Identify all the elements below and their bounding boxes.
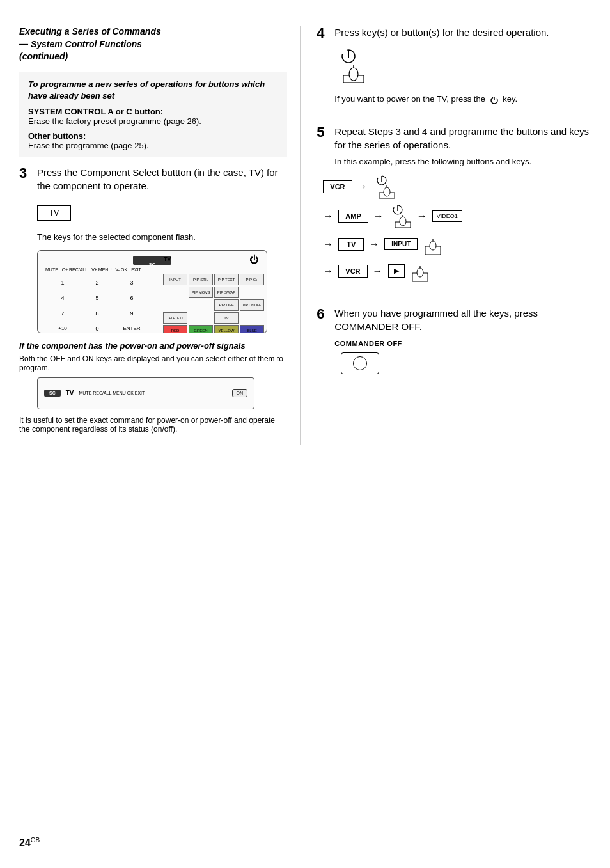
small-remote-diagram: SC TV MUTE REC/ALL MENU OK EXIT ON — [37, 377, 254, 409]
remote-sc-label: SC — [149, 262, 156, 267]
power-finger-1 — [373, 174, 396, 200]
arrow-3a: → — [323, 239, 333, 250]
finger-4 — [410, 260, 430, 283]
step6-block: 6 When you have programmed all the keys,… — [317, 306, 591, 374]
key-row-2: → AMP → → VIDEO1 — [323, 203, 591, 229]
power-on-text1: Both the OFF and ON keys are displayed a… — [19, 354, 287, 372]
remote-diagram: SC TV ⏻ MUTE C+ REC/ALL V+ MENU V- OK EX… — [37, 250, 267, 333]
finger-press-power-svg — [334, 47, 370, 86]
commander-off-label: COMMANDER OFF — [334, 340, 591, 347]
page: Executing a Series of Commands — System … — [0, 0, 610, 868]
page-number: 24GB — [19, 837, 40, 849]
arrow-4a: → — [323, 265, 333, 277]
flash-text: The keys for the selected component flas… — [37, 231, 287, 244]
right-column: 4 Press key(s) or button(s) for the desi… — [301, 26, 591, 445]
key-row-4: → VCR → ▶ — [323, 260, 591, 283]
amp-key: AMP — [338, 210, 368, 223]
play-key: ▶ — [388, 264, 405, 278]
step4-sub-text: If you want to power on the TV, press th… — [334, 94, 591, 105]
left-column: Executing a Series of Commands — System … — [19, 26, 301, 445]
arrow-4b: → — [373, 265, 383, 277]
step5-sub: In this example, press the following but… — [334, 157, 591, 166]
power-button-illustration — [334, 47, 591, 88]
remote-power-icon: ⏻ — [249, 254, 259, 265]
step4-text: Press key(s) or button(s) for the desire… — [334, 26, 591, 39]
svg-point-13 — [384, 187, 390, 196]
arrow-2b: → — [373, 210, 384, 222]
key-row-1: VCR → — [323, 174, 591, 200]
other-buttons-text: Erase the programme (page 25). — [28, 141, 278, 150]
system-control-text: Erase the factory preset programme (page… — [28, 116, 278, 126]
tv-key: TV — [338, 238, 364, 251]
arrow-1: → — [357, 181, 368, 193]
arrow-3b: → — [369, 239, 379, 250]
step6-text: When you have programmed all the keys, p… — [334, 306, 591, 333]
power-finger-2 — [389, 203, 412, 229]
tv-button: TV — [37, 205, 71, 221]
commander-off-circle — [353, 356, 367, 370]
title-line1: Executing a Series of Commands — [19, 26, 161, 36]
power-symbol-inline — [489, 95, 499, 105]
vcr-key: VCR — [323, 180, 352, 193]
two-column-layout: Executing a Series of Commands — System … — [19, 26, 591, 445]
small-on-button: ON — [232, 389, 248, 397]
arrow-2c: → — [417, 210, 427, 222]
svg-point-22 — [400, 217, 406, 226]
step5-block: 5 Repeat Steps 3 and 4 and programme the… — [317, 125, 591, 296]
vcr2-key: VCR — [338, 265, 367, 278]
video1-key: VIDEO1 — [432, 210, 462, 222]
power-on-heading: If the component has the power-on and po… — [19, 341, 287, 351]
remote-btn-grid: INPUT PIP STIL PIP TEXT PIP C+ PIP MOVS … — [163, 274, 264, 333]
arrow-2a: → — [323, 210, 333, 222]
step3-block: 3 Press the Component Select buttton (in… — [19, 166, 287, 434]
title-line3: (continued) — [19, 51, 68, 61]
remote-tv-label: TV — [164, 256, 171, 262]
step4-number: 4 — [317, 26, 324, 41]
finger-3 — [423, 233, 443, 256]
key-row-3: → TV → INPUT — [323, 233, 591, 256]
step3-number: 3 — [19, 166, 27, 181]
tv-button-illustration: TV — [19, 199, 287, 227]
sub-heading: To programme a new series of operations … — [28, 79, 278, 102]
svg-point-2 — [349, 68, 358, 81]
remote-controls-row: MUTE C+ REC/ALL V+ MENU V- OK EXIT — [45, 267, 141, 272]
other-buttons-label: Other buttons: — [28, 131, 278, 141]
system-control-label: SYSTEM CONTROL A or C button: — [28, 107, 278, 116]
svg-point-36 — [417, 268, 423, 277]
small-sc-label: SC — [44, 390, 61, 397]
power-on-text2: It is useful to set the exact command fo… — [19, 416, 287, 434]
step5-text: Repeat Steps 3 and 4 and programme the b… — [334, 125, 591, 152]
svg-point-29 — [430, 241, 436, 250]
small-controls: MUTE REC/ALL MENU OK EXIT — [79, 391, 145, 395]
section-title: Executing a Series of Commands — System … — [19, 26, 287, 63]
step3-text: Press the Component Select buttton (in t… — [37, 166, 287, 193]
sub-section-box: To programme a new series of operations … — [19, 72, 287, 157]
step4-block: 4 Press key(s) or button(s) for the desi… — [317, 26, 591, 114]
step6-number: 6 — [317, 306, 324, 322]
small-tv-label: TV — [66, 390, 74, 397]
commander-off-button — [341, 352, 379, 374]
title-line2: — System Control Functions — [19, 39, 142, 49]
power-on-section: If the component has the power-on and po… — [19, 341, 287, 434]
step5-number: 5 — [317, 125, 324, 140]
remote-number-grid: 1 2 3 4 5 6 7 8 9 +10 0 ENTER — [47, 276, 148, 333]
input-key: INPUT — [384, 238, 418, 250]
